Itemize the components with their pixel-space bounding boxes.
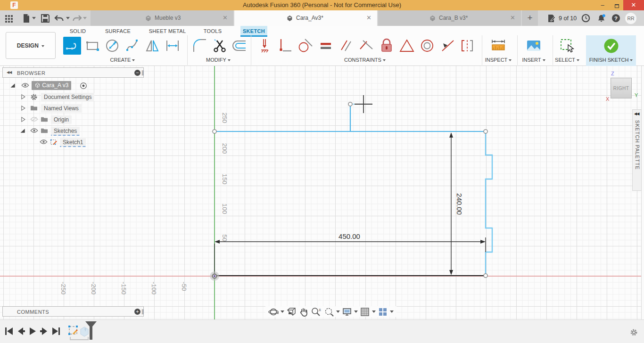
display-caret-icon[interactable] — [354, 310, 358, 313]
grid-settings-icon[interactable] — [360, 307, 370, 317]
select-tool-icon[interactable] — [558, 37, 576, 55]
sketch-dimension-icon[interactable] — [164, 37, 182, 55]
browser-panel-header[interactable]: ◀◀ BROWSER − ∥ — [2, 67, 144, 78]
file-menu-caret-icon[interactable] — [32, 17, 36, 19]
timeline-step-back-icon[interactable] — [16, 327, 26, 336]
timeline-play-icon[interactable] — [27, 327, 38, 336]
new-tab-button[interactable]: + — [522, 10, 538, 26]
expanded-arrow-icon[interactable] — [9, 82, 17, 89]
offset-tool-icon[interactable] — [231, 37, 248, 55]
timeline-go-start-icon[interactable] — [4, 327, 14, 336]
app-grid-icon[interactable] — [4, 13, 14, 24]
look-at-icon[interactable] — [286, 307, 297, 317]
browser-resize-grip[interactable]: ∥ — [141, 70, 144, 76]
collapsed-arrow-icon[interactable] — [20, 93, 26, 100]
redo-icon[interactable] — [72, 13, 82, 24]
visibility-eye-icon[interactable] — [21, 82, 29, 89]
tab-close-icon[interactable]: ✕ — [223, 14, 228, 21]
create-group-label[interactable]: CREATE — [94, 57, 151, 65]
visibility-off-eye-icon[interactable] — [30, 116, 38, 122]
constraint-horizontal-vertical-icon[interactable] — [276, 37, 294, 55]
ribbon-tab-tools[interactable]: TOOLS — [202, 26, 223, 37]
ribbon-tab-solid[interactable]: SOLID — [66, 26, 90, 37]
browser-row-sketches[interactable]: Sketches — [2, 126, 144, 136]
circle-tool-icon[interactable] — [103, 37, 121, 55]
file-menu-icon[interactable] — [21, 13, 31, 24]
collapsed-arrow-icon[interactable] — [20, 105, 26, 112]
pan-icon[interactable] — [298, 307, 309, 317]
display-settings-icon[interactable] — [342, 307, 352, 317]
sketch-line-right-notched[interactable] — [486, 131, 492, 276]
minimize-button[interactable]: – — [596, 0, 609, 10]
browser-row-named-views[interactable]: Named Views — [2, 103, 144, 114]
orbit-icon[interactable] — [268, 307, 279, 317]
document-tab-cara-b[interactable]: Cara_B v3* ✕ — [378, 10, 521, 26]
timeline-scrubber[interactable] — [85, 321, 97, 341]
timeline-step-forward-icon[interactable] — [39, 327, 50, 336]
collapse-left-icon[interactable]: ◀◀ — [7, 70, 11, 74]
collapsed-arrow-icon[interactable] — [20, 116, 26, 123]
visibility-eye-icon[interactable] — [40, 139, 48, 145]
trim-tool-icon[interactable] — [211, 37, 229, 55]
browser-item-label[interactable]: Document Settings — [41, 93, 94, 101]
save-icon[interactable] — [40, 13, 50, 24]
finish-sketch-label[interactable]: FINISH SKETCH — [583, 57, 639, 65]
constraint-lock-icon[interactable] — [378, 37, 396, 55]
browser-row-origin[interactable]: Origin — [2, 114, 144, 125]
expand-palette-icon[interactable]: ◀◀ — [634, 112, 639, 116]
visibility-eye-icon[interactable] — [30, 127, 38, 134]
ribbon-tab-sketch[interactable]: SKETCH — [240, 26, 267, 37]
user-avatar[interactable]: RR — [625, 13, 636, 24]
constraints-group-label[interactable]: CONSTRAINTS — [327, 57, 403, 65]
add-comment-icon[interactable]: + — [134, 309, 140, 315]
browser-collapse-icon[interactable]: − — [134, 70, 140, 76]
browser-root-item[interactable]: Cara_A v3 — [32, 81, 71, 90]
modify-group-label[interactable]: MODIFY — [190, 57, 247, 65]
constraint-coincident-icon[interactable] — [256, 37, 273, 55]
activate-radio-icon[interactable] — [80, 82, 87, 90]
close-button[interactable]: ✕ — [623, 0, 644, 10]
redo-caret-icon[interactable] — [83, 17, 87, 19]
notifications-bell-icon[interactable] — [597, 14, 606, 23]
dimension-height-value[interactable]: 240.00 — [455, 193, 463, 215]
browser-item-label[interactable]: Sketches — [51, 127, 80, 136]
undo-icon[interactable] — [54, 13, 65, 24]
restore-button[interactable] — [610, 0, 623, 10]
browser-item-label[interactable]: Sketch1 — [60, 138, 86, 147]
workspace-selector[interactable]: DESIGN — [6, 32, 56, 59]
browser-item-label[interactable]: Named Views — [41, 104, 82, 113]
document-tab-cara-a[interactable]: Cara_Av3* ✕ — [234, 10, 377, 26]
origin-point[interactable] — [210, 271, 219, 281]
constraint-parallel-icon[interactable] — [337, 37, 355, 55]
browser-row-document-settings[interactable]: Document Settings — [2, 92, 144, 102]
viewports-caret-icon[interactable] — [390, 310, 394, 313]
constraint-concentric-icon[interactable] — [418, 37, 436, 55]
constraint-equal-icon[interactable] — [317, 37, 335, 55]
constraint-symmetry-icon[interactable] — [458, 37, 476, 55]
comments-panel-header[interactable]: COMMENTS + ∥ — [2, 306, 144, 317]
zoom-window-icon[interactable] — [324, 307, 334, 317]
viewcube[interactable]: RIGHT Z Y X — [604, 71, 640, 102]
clock-icon[interactable] — [581, 14, 590, 23]
timeline-go-end-icon[interactable] — [51, 327, 61, 336]
dimension-width-value[interactable]: 450.00 — [339, 232, 360, 240]
help-icon[interactable]: ? — [611, 14, 620, 23]
zoom-icon[interactable]: ± — [311, 307, 322, 317]
insert-image-icon[interactable] — [525, 37, 543, 55]
settings-gear-icon[interactable] — [630, 328, 638, 336]
orbit-caret-icon[interactable] — [281, 310, 284, 313]
sketch-palette-tab[interactable]: ◀◀ SKETCH PALETTE — [632, 109, 642, 191]
rectangle-tool-icon[interactable] — [83, 37, 101, 55]
grid-caret-icon[interactable] — [372, 310, 376, 313]
dimension-width[interactable] — [215, 237, 486, 275]
constraint-tangent-icon[interactable] — [297, 37, 314, 55]
zoom-window-caret-icon[interactable] — [336, 310, 340, 313]
tab-close-icon[interactable]: ✕ — [366, 14, 372, 21]
comments-resize-grip[interactable]: ∥ — [141, 309, 144, 315]
browser-row-root[interactable]: Cara_A v3 — [2, 81, 144, 91]
undo-caret-icon[interactable] — [66, 17, 70, 19]
mirror-tool-icon[interactable] — [143, 37, 161, 55]
line-tool-icon[interactable] — [63, 37, 81, 55]
spline-tool-icon[interactable] — [124, 37, 141, 55]
expanded-arrow-icon[interactable] — [19, 127, 26, 134]
